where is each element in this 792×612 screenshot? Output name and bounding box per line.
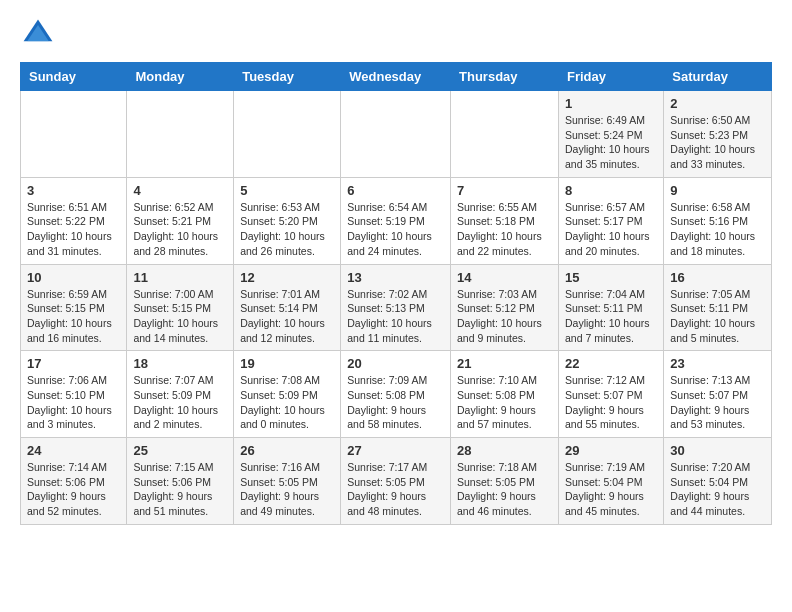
day-info: Sunrise: 7:03 AM Sunset: 5:12 PM Dayligh… <box>457 287 552 346</box>
week-row: 10Sunrise: 6:59 AM Sunset: 5:15 PM Dayli… <box>21 264 772 351</box>
day-info: Sunrise: 7:15 AM Sunset: 5:06 PM Dayligh… <box>133 460 227 519</box>
day-cell: 22Sunrise: 7:12 AM Sunset: 5:07 PM Dayli… <box>558 351 663 438</box>
day-cell <box>341 91 451 178</box>
week-row: 24Sunrise: 7:14 AM Sunset: 5:06 PM Dayli… <box>21 438 772 525</box>
day-info: Sunrise: 7:18 AM Sunset: 5:05 PM Dayligh… <box>457 460 552 519</box>
day-info: Sunrise: 7:05 AM Sunset: 5:11 PM Dayligh… <box>670 287 765 346</box>
weekday-header: Thursday <box>451 63 559 91</box>
day-cell: 27Sunrise: 7:17 AM Sunset: 5:05 PM Dayli… <box>341 438 451 525</box>
day-number: 23 <box>670 356 765 371</box>
day-cell: 4Sunrise: 6:52 AM Sunset: 5:21 PM Daylig… <box>127 177 234 264</box>
day-number: 10 <box>27 270 120 285</box>
day-number: 26 <box>240 443 334 458</box>
day-number: 2 <box>670 96 765 111</box>
day-info: Sunrise: 7:07 AM Sunset: 5:09 PM Dayligh… <box>133 373 227 432</box>
weekday-header: Friday <box>558 63 663 91</box>
day-cell <box>127 91 234 178</box>
weekday-row: SundayMondayTuesdayWednesdayThursdayFrid… <box>21 63 772 91</box>
day-info: Sunrise: 7:10 AM Sunset: 5:08 PM Dayligh… <box>457 373 552 432</box>
day-cell <box>234 91 341 178</box>
day-number: 16 <box>670 270 765 285</box>
day-number: 30 <box>670 443 765 458</box>
day-info: Sunrise: 6:59 AM Sunset: 5:15 PM Dayligh… <box>27 287 120 346</box>
day-info: Sunrise: 7:00 AM Sunset: 5:15 PM Dayligh… <box>133 287 227 346</box>
day-info: Sunrise: 7:19 AM Sunset: 5:04 PM Dayligh… <box>565 460 657 519</box>
day-number: 18 <box>133 356 227 371</box>
day-cell: 24Sunrise: 7:14 AM Sunset: 5:06 PM Dayli… <box>21 438 127 525</box>
day-cell: 21Sunrise: 7:10 AM Sunset: 5:08 PM Dayli… <box>451 351 559 438</box>
week-row: 1Sunrise: 6:49 AM Sunset: 5:24 PM Daylig… <box>21 91 772 178</box>
day-cell: 1Sunrise: 6:49 AM Sunset: 5:24 PM Daylig… <box>558 91 663 178</box>
day-info: Sunrise: 6:54 AM Sunset: 5:19 PM Dayligh… <box>347 200 444 259</box>
day-cell: 25Sunrise: 7:15 AM Sunset: 5:06 PM Dayli… <box>127 438 234 525</box>
day-info: Sunrise: 6:55 AM Sunset: 5:18 PM Dayligh… <box>457 200 552 259</box>
day-cell: 23Sunrise: 7:13 AM Sunset: 5:07 PM Dayli… <box>664 351 772 438</box>
day-info: Sunrise: 7:13 AM Sunset: 5:07 PM Dayligh… <box>670 373 765 432</box>
day-cell: 28Sunrise: 7:18 AM Sunset: 5:05 PM Dayli… <box>451 438 559 525</box>
day-cell: 14Sunrise: 7:03 AM Sunset: 5:12 PM Dayli… <box>451 264 559 351</box>
calendar-page: SundayMondayTuesdayWednesdayThursdayFrid… <box>0 0 792 545</box>
week-row: 3Sunrise: 6:51 AM Sunset: 5:22 PM Daylig… <box>21 177 772 264</box>
day-number: 4 <box>133 183 227 198</box>
weekday-header: Sunday <box>21 63 127 91</box>
day-number: 24 <box>27 443 120 458</box>
day-info: Sunrise: 6:58 AM Sunset: 5:16 PM Dayligh… <box>670 200 765 259</box>
day-info: Sunrise: 7:16 AM Sunset: 5:05 PM Dayligh… <box>240 460 334 519</box>
day-cell: 3Sunrise: 6:51 AM Sunset: 5:22 PM Daylig… <box>21 177 127 264</box>
day-number: 29 <box>565 443 657 458</box>
day-number: 13 <box>347 270 444 285</box>
day-info: Sunrise: 7:01 AM Sunset: 5:14 PM Dayligh… <box>240 287 334 346</box>
day-number: 6 <box>347 183 444 198</box>
day-number: 27 <box>347 443 444 458</box>
day-cell: 30Sunrise: 7:20 AM Sunset: 5:04 PM Dayli… <box>664 438 772 525</box>
calendar-body: 1Sunrise: 6:49 AM Sunset: 5:24 PM Daylig… <box>21 91 772 525</box>
day-number: 8 <box>565 183 657 198</box>
day-info: Sunrise: 6:49 AM Sunset: 5:24 PM Dayligh… <box>565 113 657 172</box>
day-info: Sunrise: 6:51 AM Sunset: 5:22 PM Dayligh… <box>27 200 120 259</box>
day-cell: 19Sunrise: 7:08 AM Sunset: 5:09 PM Dayli… <box>234 351 341 438</box>
day-number: 21 <box>457 356 552 371</box>
weekday-header: Monday <box>127 63 234 91</box>
weekday-header: Saturday <box>664 63 772 91</box>
day-info: Sunrise: 6:52 AM Sunset: 5:21 PM Dayligh… <box>133 200 227 259</box>
day-info: Sunrise: 7:09 AM Sunset: 5:08 PM Dayligh… <box>347 373 444 432</box>
day-number: 15 <box>565 270 657 285</box>
week-row: 17Sunrise: 7:06 AM Sunset: 5:10 PM Dayli… <box>21 351 772 438</box>
day-cell: 17Sunrise: 7:06 AM Sunset: 5:10 PM Dayli… <box>21 351 127 438</box>
day-number: 3 <box>27 183 120 198</box>
day-cell: 15Sunrise: 7:04 AM Sunset: 5:11 PM Dayli… <box>558 264 663 351</box>
day-number: 25 <box>133 443 227 458</box>
day-info: Sunrise: 7:17 AM Sunset: 5:05 PM Dayligh… <box>347 460 444 519</box>
day-info: Sunrise: 7:14 AM Sunset: 5:06 PM Dayligh… <box>27 460 120 519</box>
day-cell: 13Sunrise: 7:02 AM Sunset: 5:13 PM Dayli… <box>341 264 451 351</box>
day-info: Sunrise: 6:57 AM Sunset: 5:17 PM Dayligh… <box>565 200 657 259</box>
day-number: 5 <box>240 183 334 198</box>
day-number: 7 <box>457 183 552 198</box>
day-info: Sunrise: 7:12 AM Sunset: 5:07 PM Dayligh… <box>565 373 657 432</box>
day-number: 19 <box>240 356 334 371</box>
day-cell: 7Sunrise: 6:55 AM Sunset: 5:18 PM Daylig… <box>451 177 559 264</box>
day-cell: 6Sunrise: 6:54 AM Sunset: 5:19 PM Daylig… <box>341 177 451 264</box>
calendar-table: SundayMondayTuesdayWednesdayThursdayFrid… <box>20 62 772 525</box>
day-cell: 11Sunrise: 7:00 AM Sunset: 5:15 PM Dayli… <box>127 264 234 351</box>
day-cell: 12Sunrise: 7:01 AM Sunset: 5:14 PM Dayli… <box>234 264 341 351</box>
day-cell <box>451 91 559 178</box>
weekday-header: Wednesday <box>341 63 451 91</box>
day-info: Sunrise: 7:06 AM Sunset: 5:10 PM Dayligh… <box>27 373 120 432</box>
day-cell: 5Sunrise: 6:53 AM Sunset: 5:20 PM Daylig… <box>234 177 341 264</box>
day-info: Sunrise: 6:53 AM Sunset: 5:20 PM Dayligh… <box>240 200 334 259</box>
day-cell: 20Sunrise: 7:09 AM Sunset: 5:08 PM Dayli… <box>341 351 451 438</box>
weekday-header: Tuesday <box>234 63 341 91</box>
day-number: 17 <box>27 356 120 371</box>
day-number: 9 <box>670 183 765 198</box>
day-info: Sunrise: 7:08 AM Sunset: 5:09 PM Dayligh… <box>240 373 334 432</box>
day-cell <box>21 91 127 178</box>
day-cell: 9Sunrise: 6:58 AM Sunset: 5:16 PM Daylig… <box>664 177 772 264</box>
day-cell: 18Sunrise: 7:07 AM Sunset: 5:09 PM Dayli… <box>127 351 234 438</box>
header <box>20 16 772 52</box>
logo <box>20 16 62 52</box>
day-info: Sunrise: 7:04 AM Sunset: 5:11 PM Dayligh… <box>565 287 657 346</box>
day-number: 20 <box>347 356 444 371</box>
day-number: 1 <box>565 96 657 111</box>
calendar-header: SundayMondayTuesdayWednesdayThursdayFrid… <box>21 63 772 91</box>
